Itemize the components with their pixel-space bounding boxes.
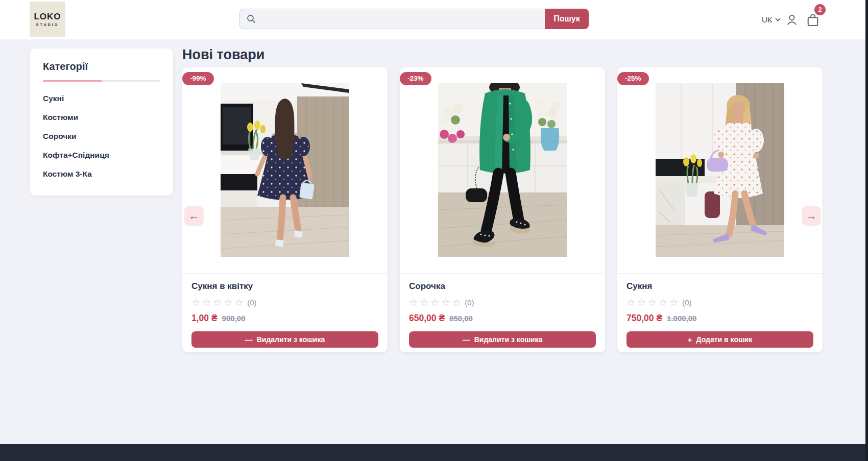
carousel-prev-button[interactable]: ←	[184, 206, 204, 226]
old-price: 1.000,00	[667, 314, 696, 323]
footer	[0, 444, 868, 461]
sidebar-item-suit-3[interactable]: Костюм 3-Ка	[43, 164, 160, 183]
product-name[interactable]: Сукня в квітку	[191, 281, 378, 292]
categories-list: Сукні Костюми Сорочки Кофта+Спідниця Кос…	[43, 89, 160, 183]
rating-count: (0)	[465, 298, 474, 307]
product-name[interactable]: Сукня	[626, 281, 813, 292]
star-icon: ☆	[430, 298, 439, 307]
product-card: -25%	[617, 67, 823, 352]
logo-subtitle: STUDIO	[36, 23, 59, 27]
language-selector[interactable]: UK	[762, 0, 781, 39]
star-icon: ☆	[441, 298, 450, 307]
search-bar: Пошук	[239, 9, 589, 29]
carousel-next-button[interactable]: →	[802, 206, 821, 226]
account-button[interactable]	[785, 13, 800, 27]
star-icon: ☆	[452, 298, 461, 307]
price-row: 650,00 ₴ 850,00	[409, 313, 596, 324]
current-price: 1,00 ₴	[191, 313, 218, 324]
star-icon: ☆	[659, 298, 667, 307]
categories-panel: Категорії Сукні Костюми Сорочки Кофта+Сп…	[30, 48, 173, 196]
product-photo[interactable]	[182, 67, 388, 274]
discount-badge: -99%	[182, 72, 214, 85]
cart-action-label: Додати в кошик	[696, 335, 753, 344]
current-price: 650,00 ₴	[409, 313, 445, 324]
cart-action-label: Видалити з кошика	[474, 335, 543, 344]
product-name[interactable]: Сорочка	[409, 281, 596, 292]
remove-from-cart-button[interactable]: — Видалити з кошика	[191, 331, 378, 348]
star-icon: ☆	[626, 298, 635, 307]
add-to-cart-button[interactable]: + Додати в кошик	[626, 331, 813, 348]
search-icon	[246, 13, 257, 25]
product-rating: ☆ ☆ ☆ ☆ ☆ (0)	[409, 298, 596, 307]
header: LOKO STUDIO Пошук UK	[0, 0, 868, 39]
star-icon: ☆	[409, 298, 418, 307]
sidebar-item-top-skirt[interactable]: Кофта+Спідниця	[43, 145, 160, 164]
star-icon: ☆	[420, 298, 428, 307]
star-icon: ☆	[648, 298, 657, 307]
star-icon: ☆	[202, 298, 211, 307]
minus-icon: —	[463, 336, 470, 344]
scrollbar[interactable]	[865, 0, 868, 461]
product-info: Сорочка ☆ ☆ ☆ ☆ ☆ (0) 650,00 ₴ 850,00 — …	[400, 274, 605, 348]
sidebar-item-suits[interactable]: Костюми	[43, 108, 160, 127]
remove-from-cart-button[interactable]: — Видалити з кошика	[409, 331, 596, 348]
cart-button[interactable]: 2	[806, 12, 821, 28]
discount-badge: -23%	[400, 72, 431, 85]
old-price: 850,00	[449, 314, 473, 323]
cart-count-badge: 2	[814, 4, 826, 15]
categories-title: Категорії	[43, 61, 160, 72]
star-icon: ☆	[669, 298, 678, 307]
star-icon: ☆	[191, 298, 200, 307]
product-photo[interactable]	[400, 67, 605, 274]
sidebar-item-shirts[interactable]: Сорочки	[43, 127, 160, 145]
price-row: 750,00 ₴ 1.000,00	[626, 313, 813, 324]
price-row: 1,00 ₴ 900,00	[191, 313, 378, 324]
product-card: -99%	[182, 67, 388, 352]
plus-icon: +	[688, 336, 692, 344]
categories-divider	[43, 80, 160, 82]
product-card: -23%	[400, 67, 605, 352]
star-icon: ☆	[213, 298, 222, 307]
product-info: Сукня ☆ ☆ ☆ ☆ ☆ (0) 750,00 ₴ 1.000,00 + …	[617, 274, 823, 348]
product-rating: ☆ ☆ ☆ ☆ ☆ (0)	[626, 298, 813, 307]
product-photo[interactable]	[617, 67, 823, 274]
page-title: Нові товари	[182, 47, 264, 63]
logo-title: LOKO	[34, 12, 61, 22]
language-code: UK	[762, 15, 773, 24]
cart-action-label: Видалити з кошика	[257, 335, 325, 344]
discount-badge: -25%	[617, 72, 649, 85]
product-info: Сукня в квітку ☆ ☆ ☆ ☆ ☆ (0) 1,00 ₴ 900,…	[182, 274, 388, 348]
rating-count: (0)	[247, 298, 256, 307]
product-carousel: -99%	[182, 67, 823, 352]
minus-icon: —	[245, 336, 253, 344]
chevron-down-icon	[775, 18, 781, 21]
old-price: 900,00	[222, 314, 246, 323]
current-price: 750,00 ₴	[626, 313, 662, 324]
star-icon: ☆	[224, 298, 232, 307]
sidebar-item-dresses[interactable]: Сукні	[43, 89, 160, 108]
rating-count: (0)	[682, 298, 691, 307]
search-input[interactable]	[239, 9, 545, 29]
logo[interactable]: LOKO STUDIO	[30, 2, 65, 37]
star-icon: ☆	[637, 298, 646, 307]
search-button[interactable]: Пошук	[545, 9, 589, 29]
product-rating: ☆ ☆ ☆ ☆ ☆ (0)	[191, 298, 378, 307]
user-icon	[785, 13, 800, 27]
star-icon: ☆	[234, 298, 243, 307]
